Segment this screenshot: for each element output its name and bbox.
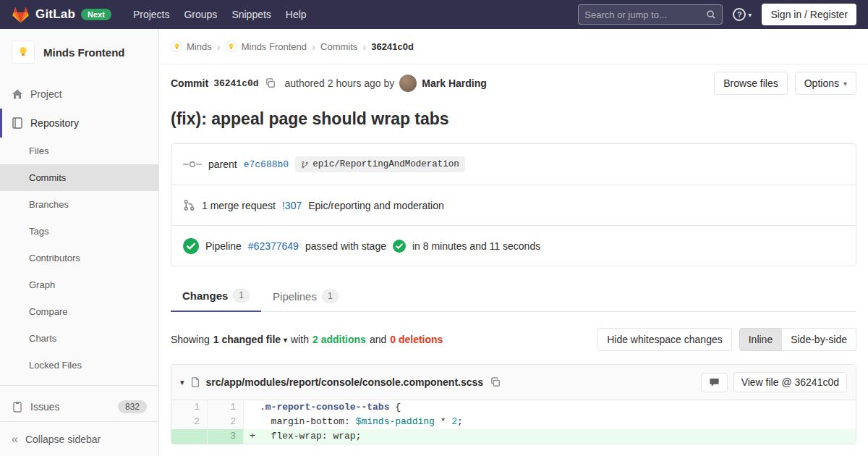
code-line: margin-bottom: $minds-padding * 2; [244,415,856,429]
options-dropdown-button[interactable]: Options ▾ [795,72,856,95]
view-mode-toggle: Inline Side-by-side [739,328,856,351]
copy-sha-button[interactable] [264,77,277,90]
breadcrumb-minds[interactable]: Minds [171,41,212,52]
sidebar-item-commits[interactable]: Commits [0,164,158,191]
stage-success-icon[interactable] [393,240,406,253]
question-circle-icon: ? [733,8,746,21]
hide-whitespace-button[interactable]: Hide whitespace changes [597,328,732,351]
pipeline-label: Pipeline [205,240,242,252]
breadcrumb-separator: › [217,41,221,53]
changed-files-dropdown[interactable]: 1 changed file ▾ [213,334,287,345]
nav-link-help[interactable]: Help [278,1,314,28]
chevron-down-icon: ▾ [748,11,752,19]
nav-link-snippets[interactable]: Snippets [224,1,278,28]
tab-label: Changes [182,290,228,302]
tab-label: Pipelines [273,290,317,303]
breadcrumb-separator: › [362,41,366,53]
old-line-number[interactable]: 1 [171,400,208,415]
top-navbar: GitLab Next Projects Groups Snippets Hel… [0,0,868,29]
issues-count-badge: 832 [118,400,147,413]
collapse-sidebar-button[interactable]: « Collapse sidebar [0,421,158,456]
sidebar-item-charts[interactable]: Charts [0,325,158,352]
copy-icon [490,377,501,387]
breadcrumb-current-sha: 36241c0d [371,41,414,52]
project-header[interactable]: Minds Frontend [0,29,158,75]
sidebar-item-graph[interactable]: Graph [0,271,158,298]
parent-label: parent [208,159,237,170]
old-line-number[interactable] [171,429,208,444]
sidebar-item-compare[interactable]: Compare [0,298,158,325]
copy-file-path-button[interactable] [489,376,502,389]
parent-sha-link[interactable]: e7c688b0 [244,159,289,170]
changes-count-badge: 1 [233,289,250,303]
search-box [578,4,723,25]
merge-request-ref-link[interactable]: !307 [282,200,302,211]
code-line: .m-report-console--tabs { [244,400,856,415]
merge-request-row: 1 merge request !307 Epic/reporting and … [171,185,856,225]
file-path-link[interactable]: src/app/modules/report/console/console.c… [206,376,484,388]
breadcrumb-label: Minds [187,41,212,52]
collapse-diff-caret-icon[interactable]: ▾ [180,378,184,387]
parent-row: parent e7c688b0 epic/ReportingAndModerat… [171,144,856,185]
and-label: and [370,334,386,345]
repository-icon [12,117,23,129]
help-dropdown[interactable]: ? ▾ [733,8,752,21]
author-name-link[interactable]: Mark Harding [422,77,486,89]
merge-request-count-text: 1 merge request [202,200,276,211]
pipeline-status-text: passed with stage [305,240,386,252]
sidebar-item-project[interactable]: Project [0,80,158,109]
commit-actions: Browse files Options ▾ [714,72,856,95]
nav-link-groups[interactable]: Groups [176,1,224,28]
breadcrumb-commits[interactable]: Commits [320,41,357,52]
tab-pipelines[interactable]: Pipelines 1 [261,281,350,311]
diff-table: 1 1 .m-report-console--tabs { 2 2 margin… [171,400,856,444]
tab-changes[interactable]: Changes 1 [171,281,261,312]
view-file-button[interactable]: View file @ 36241c0d [733,372,847,392]
nav-link-projects[interactable]: Projects [126,1,177,28]
new-line-number[interactable]: 1 [208,400,244,415]
merge-request-title-link[interactable]: Epic/reporting and moderation [308,200,444,211]
lightbulb-icon [227,43,235,51]
navbar-right: ? ▾ Sign in / Register [578,4,856,25]
sidebar-item-repository[interactable]: Repository [0,109,158,138]
side-by-side-view-button[interactable]: Side-by-side [781,328,856,351]
branch-ref-pill[interactable]: epic/ReportingAndModeration [295,156,465,172]
breadcrumb-minds-frontend[interactable]: Minds Frontend [226,41,307,52]
new-line-number[interactable]: 3 [208,429,244,444]
sign-in-register-button[interactable]: Sign in / Register [762,4,856,25]
pipeline-duration-text: in 8 minutes and 11 seconds [412,240,540,252]
home-icon [12,88,23,100]
sidebar-item-tags[interactable]: Tags [0,218,158,245]
new-line-number[interactable]: 2 [208,415,244,429]
breadcrumb: Minds › Minds Frontend › Commits › 36241… [159,29,868,64]
diff-line: 1 1 .m-report-console--tabs { [171,400,856,415]
sidebar-item-files[interactable]: Files [0,138,158,164]
merge-request-icon [183,199,195,211]
sidebar-item-issues[interactable]: Issues 832 [0,392,158,421]
breadcrumb-label: Commits [320,41,357,52]
sidebar: Minds Frontend Project Repository [0,29,159,456]
branch-icon [301,161,309,169]
additions-count: 2 additions [312,334,366,345]
diff-line-added: 3 + flex-wrap: wrap; [171,429,856,444]
minds-frontend-avatar [226,41,237,52]
pipeline-id-link[interactable]: #62377649 [248,240,299,252]
branch-name: epic/ReportingAndModeration [312,159,459,169]
toggle-comments-button[interactable] [701,373,728,392]
inline-view-button[interactable]: Inline [739,328,782,351]
commit-page: Commit 36241c0d authored 2 hours ago by … [159,64,868,456]
commit-info-box: parent e7c688b0 epic/ReportingAndModerat… [171,143,856,266]
sidebar-item-locked-files[interactable]: Locked Files [0,352,158,379]
gitlab-logo-link[interactable]: GitLab Next [12,6,111,24]
search-icon[interactable] [706,9,716,20]
authored-text: authored 2 hours ago by [285,77,395,89]
sidebar-item-contributors[interactable]: Contributors [0,245,158,271]
sidebar-item-label: Project [30,88,62,100]
search-input[interactable] [584,9,702,20]
author-avatar[interactable] [399,75,417,92]
code-line: + flex-wrap: wrap; [244,429,856,444]
old-line-number[interactable]: 2 [171,415,208,429]
commit-tabs: Changes 1 Pipelines 1 [171,281,856,312]
browse-files-button[interactable]: Browse files [714,72,787,95]
sidebar-item-branches[interactable]: Branches [0,191,158,218]
